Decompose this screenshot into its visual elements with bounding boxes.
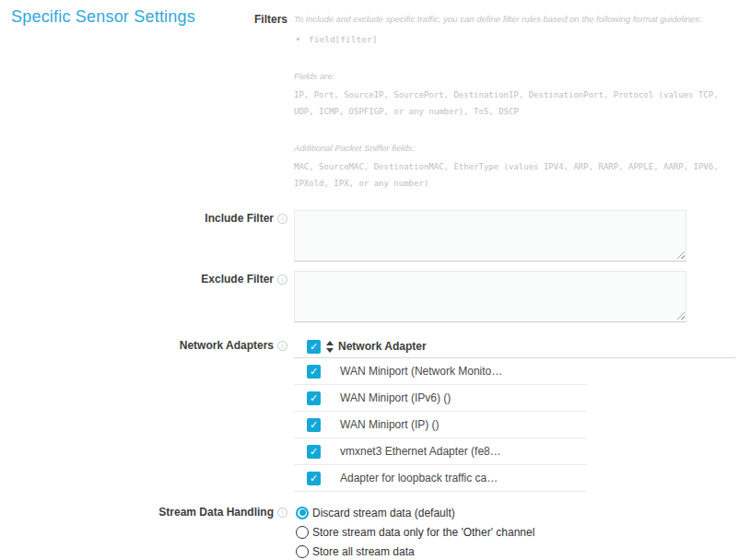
adapter-checkbox[interactable]: ✓	[307, 391, 321, 405]
radio-button[interactable]	[296, 526, 309, 539]
filter-format-item: field[filter]	[309, 33, 735, 46]
adapter-row: ✓ WAN Miniport (IPv6) ()	[294, 385, 587, 412]
info-icon[interactable]: i	[277, 214, 287, 224]
adapter-column-header[interactable]: Network Adapter	[338, 340, 427, 353]
adapter-row: ✓ WAN Miniport (Network Monito…	[294, 358, 587, 385]
network-adapters-label-cell: Network Adapters i	[0, 335, 287, 353]
exclude-filter-label-cell: Exclude Filter i	[0, 271, 287, 286]
radio-button[interactable]	[296, 545, 309, 558]
exclude-filter-field	[294, 271, 686, 322]
stream-options: Discard stream data (default) Store stre…	[294, 503, 735, 560]
info-icon[interactable]: i	[277, 508, 287, 518]
adapter-checkbox[interactable]: ✓	[307, 445, 321, 459]
info-icon[interactable]: i	[277, 341, 287, 351]
adapter-label: WAN Miniport (IP) ()	[340, 418, 440, 431]
network-adapters-label: Network Adapters	[180, 339, 274, 353]
radio-option-store-all[interactable]: Store all stream data	[296, 542, 735, 560]
filters-intro-text: To include and exclude specific traffic,…	[294, 11, 735, 28]
include-filter-row: Include Filter i	[0, 210, 735, 262]
filter-format-list: field[filter]	[294, 33, 735, 46]
include-filter-content	[294, 210, 735, 262]
stream-data-handling-label-cell: Stream Data Handling i	[0, 503, 287, 519]
exclude-filter-label: Exclude Filter	[201, 273, 274, 286]
sort-down-icon	[326, 348, 334, 353]
select-all-checkbox[interactable]: ✓	[307, 340, 321, 354]
adapter-checkbox[interactable]: ✓	[307, 418, 321, 432]
include-filter-textarea[interactable]	[294, 210, 686, 262]
sort-icon[interactable]	[326, 341, 334, 353]
adapter-label: Adapter for loopback traffic ca…	[340, 472, 498, 484]
settings-page: Specific Sensor Settings Filters To incl…	[0, 0, 739, 560]
adapter-checkbox[interactable]: ✓	[307, 472, 321, 485]
sort-up-icon	[326, 341, 334, 345]
radio-label: Store all stream data	[312, 545, 415, 558]
radio-option-discard[interactable]: Discard stream data (default)	[296, 503, 735, 522]
adapter-label: vmxnet3 Ethernet Adapter (fe8…	[340, 445, 501, 458]
exclude-filter-row: Exclude Filter i	[0, 271, 735, 322]
filters-row: Filters To include and exclude specific …	[0, 11, 735, 192]
radio-button-selected[interactable]	[296, 507, 309, 519]
filters-help: To include and exclude specific traffic,…	[294, 11, 735, 192]
info-icon[interactable]: i	[277, 274, 287, 285]
exclude-filter-content	[294, 271, 735, 322]
radio-option-store-other[interactable]: Store stream data only for the 'Other' c…	[296, 522, 735, 542]
adapter-row: ✓ vmxnet3 Ethernet Adapter (fe8…	[294, 438, 587, 465]
radio-label: Discard stream data (default)	[312, 507, 455, 519]
page-title: Specific Sensor Settings	[11, 7, 195, 27]
filters-label: Filters	[254, 13, 287, 27]
stream-data-handling-label: Stream Data Handling	[158, 506, 274, 519]
adapter-label: WAN Miniport (Network Monito…	[340, 365, 502, 378]
stream-data-handling-row: Stream Data Handling i Discard stream da…	[0, 503, 735, 560]
adapter-row: ✓ WAN Miniport (IP) ()	[294, 412, 587, 438]
adapter-label: WAN Miniport (IPv6) ()	[340, 391, 451, 404]
include-filter-label: Include Filter	[205, 212, 274, 226]
adapter-checkbox[interactable]: ✓	[307, 365, 321, 379]
exclude-filter-textarea[interactable]	[294, 271, 686, 322]
additional-fields-label: Additional Packet Sniffer fields:	[294, 140, 735, 157]
include-filter-field	[294, 210, 686, 262]
include-filter-label-cell: Include Filter i	[0, 210, 287, 226]
fields-are-label: Fields are:	[294, 68, 735, 85]
radio-label: Store stream data only for the 'Other' c…	[312, 526, 534, 539]
adapter-table: ✓ Network Adapter ✓ WAN Miniport (Networ…	[294, 335, 735, 492]
fields-list-text: IP, Port, SourceIP, SourcePort, Destinat…	[294, 87, 735, 120]
network-adapters-row: Network Adapters i ✓ Network Adapter ✓ W…	[0, 335, 735, 492]
sensor-settings-form: Filters To include and exclude specific …	[0, 0, 739, 560]
adapter-row: ✓ Adapter for loopback traffic ca…	[294, 465, 587, 492]
additional-fields-text: MAC, SourceMAC, DestinationMAC, EtherTyp…	[294, 158, 735, 192]
adapter-list-header: ✓ Network Adapter	[294, 335, 735, 358]
